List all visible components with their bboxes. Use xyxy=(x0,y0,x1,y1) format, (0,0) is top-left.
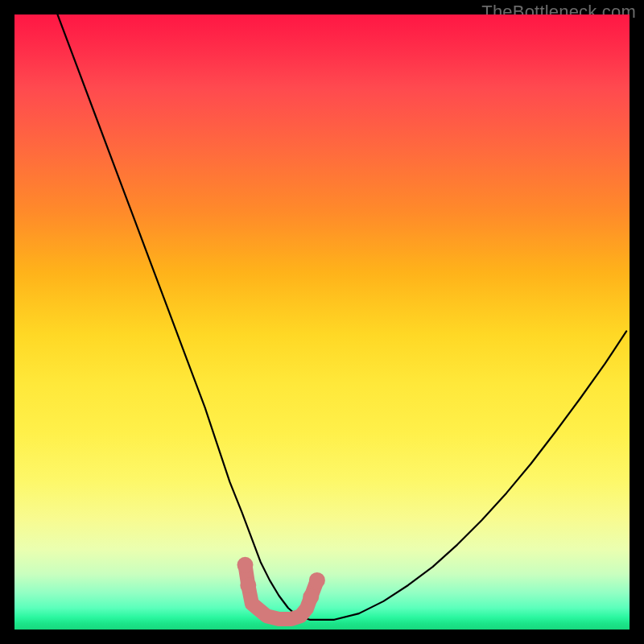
chart-frame xyxy=(14,14,630,630)
chart-gradient-background xyxy=(14,14,630,630)
